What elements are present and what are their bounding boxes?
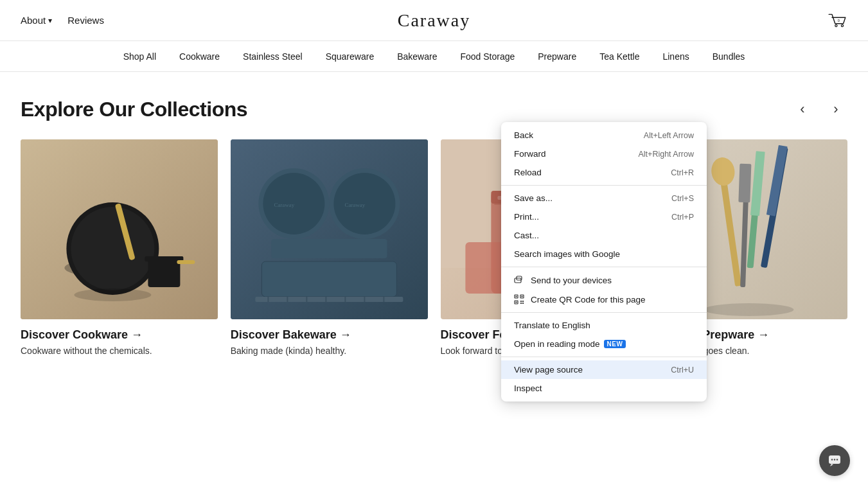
ctx-back[interactable]: Back Alt+Left Arrow xyxy=(501,126,707,145)
ctx-create-qr-label: Create QR Code for this page xyxy=(531,295,694,304)
ctx-reload-label: Reload xyxy=(514,168,655,177)
svg-rect-52 xyxy=(522,296,523,297)
ctx-translate[interactable]: Translate to English xyxy=(501,316,707,335)
ctx-reading-mode[interactable]: Open in reading mode NEW xyxy=(501,335,707,353)
svg-rect-55 xyxy=(520,301,522,302)
ctx-print[interactable]: Print... Ctrl+P xyxy=(501,207,707,226)
new-badge: NEW xyxy=(604,340,626,348)
ctx-forward-shortcut: Alt+Right Arrow xyxy=(639,150,695,159)
ctx-reading-mode-label: Open in reading mode NEW xyxy=(514,339,694,349)
svg-rect-54 xyxy=(516,302,517,303)
ctx-back-shortcut: Alt+Left Arrow xyxy=(644,131,694,140)
ctx-print-label: Print... xyxy=(514,212,656,222)
ctx-reload[interactable]: Reload Ctrl+R xyxy=(501,163,707,182)
ctx-sep-1 xyxy=(501,185,707,186)
ctx-sep-3 xyxy=(501,312,707,313)
svg-rect-56 xyxy=(522,301,524,302)
ctx-send-to-devices-label: Send to your devices xyxy=(531,276,694,285)
ctx-forward-label: Forward xyxy=(514,149,623,159)
ctx-cast[interactable]: Cast... xyxy=(501,226,707,245)
ctx-save-as-shortcut: Ctrl+S xyxy=(671,194,694,203)
context-menu-overlay: Back Alt+Left Arrow Forward Alt+Right Ar… xyxy=(0,0,868,356)
context-menu: Back Alt+Left Arrow Forward Alt+Right Ar… xyxy=(501,122,707,356)
ctx-sep-2 xyxy=(501,267,707,267)
ctx-send-to-devices[interactable]: Send to your devices xyxy=(501,270,707,290)
ctx-back-label: Back xyxy=(514,130,628,140)
ctx-save-as[interactable]: Save as... Ctrl+S xyxy=(501,189,707,207)
ctx-search-images-label: Search images with Google xyxy=(514,249,678,259)
svg-rect-50 xyxy=(516,296,517,297)
ctx-create-qr[interactable]: Create QR Code for this page xyxy=(501,290,707,309)
ctx-search-images[interactable]: Search images with Google xyxy=(501,245,707,263)
ctx-forward[interactable]: Forward Alt+Right Arrow xyxy=(501,145,707,163)
send-to-devices-icon xyxy=(514,275,524,285)
svg-rect-58 xyxy=(522,303,524,304)
ctx-translate-label: Translate to English xyxy=(514,321,694,330)
ctx-cast-label: Cast... xyxy=(514,231,678,240)
ctx-reload-shortcut: Ctrl+R xyxy=(671,168,694,177)
svg-rect-57 xyxy=(520,303,522,304)
ctx-print-shortcut: Ctrl+P xyxy=(671,213,694,222)
qr-code-icon xyxy=(514,294,524,304)
ctx-save-as-label: Save as... xyxy=(514,193,656,203)
